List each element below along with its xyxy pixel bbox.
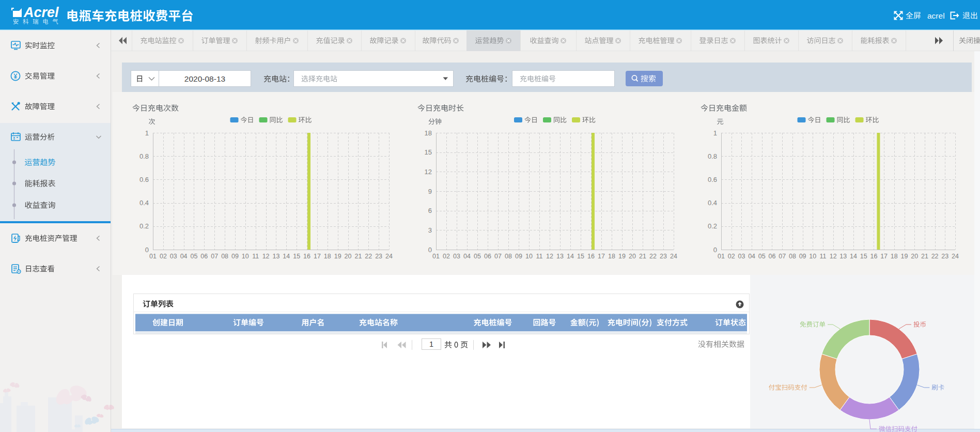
svg-text:24: 24 — [952, 253, 959, 260]
svg-text:Acrel: Acrel — [23, 5, 59, 20]
svg-text:0.2: 0.2 — [139, 222, 149, 230]
svg-text:19: 19 — [618, 253, 626, 260]
svg-text:0.8: 0.8 — [708, 152, 717, 160]
svg-text:01: 01 — [718, 253, 725, 260]
svg-text:09: 09 — [231, 253, 239, 260]
svg-text:08: 08 — [221, 253, 228, 260]
svg-text:10: 10 — [809, 253, 816, 260]
svg-text:21: 21 — [921, 253, 928, 260]
svg-text:15: 15 — [577, 253, 584, 260]
svg-text:0.6: 0.6 — [139, 176, 149, 183]
svg-text:0: 0 — [145, 246, 149, 254]
svg-text:9: 9 — [428, 188, 432, 195]
svg-text:10: 10 — [242, 253, 249, 260]
svg-text:01: 01 — [149, 253, 157, 260]
svg-text:0.2: 0.2 — [708, 222, 717, 230]
svg-text:19: 19 — [901, 253, 908, 260]
svg-text:1: 1 — [145, 129, 149, 137]
svg-text:15: 15 — [293, 253, 300, 260]
svg-text:11: 11 — [820, 253, 827, 260]
svg-text:17: 17 — [598, 253, 605, 260]
svg-text:13: 13 — [556, 253, 564, 260]
svg-text:03: 03 — [170, 253, 177, 260]
svg-text:01: 01 — [432, 253, 440, 260]
svg-text:23: 23 — [660, 253, 667, 260]
svg-text:13: 13 — [272, 253, 279, 260]
svg-text:1: 1 — [713, 129, 717, 137]
svg-text:05: 05 — [474, 253, 481, 260]
svg-text:05: 05 — [191, 253, 198, 260]
svg-text:09: 09 — [799, 253, 806, 260]
svg-text:0.8: 0.8 — [139, 152, 149, 160]
svg-text:04: 04 — [180, 253, 188, 260]
svg-text:21: 21 — [639, 253, 646, 260]
svg-text:20: 20 — [629, 253, 636, 260]
svg-text:10: 10 — [525, 253, 533, 260]
svg-text:16: 16 — [870, 253, 877, 260]
svg-text:02: 02 — [160, 253, 167, 260]
svg-text:21: 21 — [354, 253, 362, 260]
svg-text:20: 20 — [911, 253, 918, 260]
svg-text:04: 04 — [748, 253, 755, 260]
svg-text:15: 15 — [860, 253, 867, 260]
svg-text:15: 15 — [425, 148, 432, 156]
svg-text:18: 18 — [425, 129, 432, 137]
svg-text:14: 14 — [567, 253, 574, 260]
svg-text:18: 18 — [608, 253, 615, 260]
svg-text:6: 6 — [428, 207, 432, 214]
svg-text:11: 11 — [536, 253, 543, 260]
svg-text:06: 06 — [200, 253, 208, 260]
svg-text:02: 02 — [728, 253, 735, 260]
svg-text:19: 19 — [334, 253, 341, 260]
svg-text:0: 0 — [428, 246, 432, 254]
svg-text:18: 18 — [324, 253, 331, 260]
svg-text:16: 16 — [303, 253, 310, 260]
svg-text:22: 22 — [931, 253, 939, 260]
svg-text:20: 20 — [345, 253, 352, 260]
svg-text:2020-08-13: 2020-08-13 — [184, 74, 225, 83]
svg-text:14: 14 — [283, 253, 290, 260]
svg-text:16: 16 — [587, 253, 595, 260]
svg-text:12: 12 — [546, 253, 553, 260]
svg-text:06: 06 — [769, 253, 776, 260]
svg-text:14: 14 — [850, 253, 857, 260]
svg-text:07: 07 — [779, 253, 786, 260]
svg-text:22: 22 — [365, 253, 372, 260]
svg-text:05: 05 — [758, 253, 766, 260]
svg-text:03: 03 — [738, 253, 745, 260]
svg-text:17: 17 — [314, 253, 321, 260]
svg-text:24: 24 — [670, 253, 677, 260]
svg-text:17: 17 — [880, 253, 888, 260]
svg-text:12: 12 — [262, 253, 270, 260]
svg-text:11: 11 — [252, 253, 259, 260]
svg-text:23: 23 — [375, 253, 382, 260]
svg-text:acrel: acrel — [927, 11, 945, 20]
svg-text:23: 23 — [941, 253, 948, 260]
svg-text:08: 08 — [789, 253, 796, 260]
svg-text:12: 12 — [425, 168, 432, 176]
svg-text:12: 12 — [830, 253, 837, 260]
svg-text:07: 07 — [211, 253, 218, 260]
svg-text:06: 06 — [484, 253, 491, 260]
svg-text:0.4: 0.4 — [139, 199, 149, 207]
svg-text:04: 04 — [463, 253, 471, 260]
svg-text:09: 09 — [515, 253, 522, 260]
svg-text:07: 07 — [494, 253, 502, 260]
svg-text:02: 02 — [443, 253, 450, 260]
svg-text:1: 1 — [429, 340, 433, 348]
svg-text:22: 22 — [649, 253, 657, 260]
svg-text:0.6: 0.6 — [708, 176, 717, 183]
svg-text:3: 3 — [428, 226, 432, 234]
svg-text:13: 13 — [839, 253, 847, 260]
svg-text:18: 18 — [891, 253, 898, 260]
svg-text:0.4: 0.4 — [708, 199, 717, 207]
svg-text:08: 08 — [505, 253, 512, 260]
svg-text:0: 0 — [713, 246, 717, 254]
svg-text:03: 03 — [453, 253, 460, 260]
svg-text:24: 24 — [385, 253, 393, 260]
